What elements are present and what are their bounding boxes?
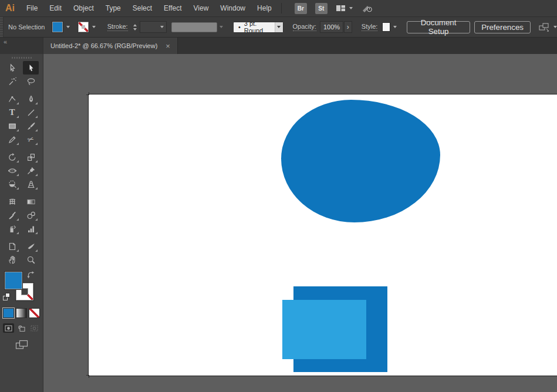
- direct-selection-tool[interactable]: [4, 61, 20, 75]
- document-setup-button[interactable]: Document Setup: [407, 21, 470, 33]
- tools-panel-grip[interactable]: [12, 57, 32, 59]
- menu-object[interactable]: Object: [67, 0, 100, 17]
- draw-normal-button[interactable]: [3, 323, 14, 333]
- curvature-tool[interactable]: [4, 92, 20, 106]
- artboard-corner-mark: [86, 375, 89, 378]
- tools-dock: «: [0, 38, 43, 392]
- color-button[interactable]: [3, 308, 14, 318]
- stroke-width-field[interactable]: [140, 21, 167, 33]
- draw-inside-button[interactable]: [29, 323, 40, 333]
- swap-fill-stroke-button[interactable]: [27, 271, 35, 280]
- opacity-field[interactable]: 100%: [320, 21, 343, 33]
- color-mode-row: [0, 308, 43, 318]
- brush-definition-dropdown[interactable]: • 3 pt. Round: [233, 22, 283, 33]
- tab-close-icon[interactable]: ×: [166, 42, 170, 50]
- draw-mode-row: [0, 323, 43, 333]
- artboard-corner-mark: [86, 92, 89, 95]
- shaper-tool[interactable]: [4, 133, 20, 146]
- artboard-tool[interactable]: [4, 239, 20, 253]
- menu-effect[interactable]: Effect: [158, 0, 187, 17]
- menu-select[interactable]: Select: [127, 0, 158, 17]
- eyedropper-tool[interactable]: [4, 208, 20, 222]
- hand-tool[interactable]: [4, 253, 20, 266]
- dock-collapse-button[interactable]: «: [0, 38, 43, 54]
- rotate-tool[interactable]: [4, 150, 20, 164]
- draw-behind-button[interactable]: [16, 323, 27, 333]
- workspace: «: [0, 38, 557, 392]
- width-profile-dropdown[interactable]: [171, 22, 217, 32]
- bridge-button[interactable]: Br: [295, 3, 307, 14]
- menu-window[interactable]: Window: [214, 0, 251, 17]
- stock-button[interactable]: St: [315, 3, 328, 14]
- chevron-down-icon: [393, 26, 397, 28]
- rectangle-tool[interactable]: [4, 119, 20, 133]
- blob-shape[interactable]: [281, 100, 440, 222]
- menu-type[interactable]: Type: [100, 0, 127, 17]
- none-button[interactable]: [29, 308, 40, 318]
- illustrator-window: Ai File Edit Object Type Select Effect V…: [0, 0, 557, 392]
- chevron-down-icon: [220, 26, 223, 28]
- control-bar: No Selection Stroke: • 3 pt. Round Opaci…: [0, 17, 557, 38]
- screen-mode-button[interactable]: [0, 340, 43, 350]
- opacity-label[interactable]: Opacity:: [293, 23, 316, 31]
- pen-tool[interactable]: [23, 92, 39, 106]
- mesh-tool[interactable]: [4, 195, 20, 208]
- fill-color-swatch[interactable]: [52, 22, 63, 32]
- menu-edit[interactable]: Edit: [43, 0, 67, 17]
- width-tool[interactable]: [4, 164, 20, 177]
- menu-file[interactable]: File: [21, 0, 43, 17]
- opacity-expand-button[interactable]: ›: [344, 21, 352, 33]
- type-tool[interactable]: T: [4, 106, 20, 119]
- style-dropdown[interactable]: [391, 22, 399, 32]
- fill-proxy-swatch[interactable]: [5, 272, 22, 289]
- line-segment-tool[interactable]: [23, 106, 39, 119]
- default-fill-stroke-button[interactable]: [3, 293, 11, 301]
- scissors-tool-glyph: ✂: [26, 135, 35, 144]
- menu-view[interactable]: View: [188, 0, 215, 17]
- paintbrush-tool[interactable]: [23, 119, 39, 133]
- fill-color-dropdown[interactable]: [64, 22, 72, 32]
- stroke-color-swatch[interactable]: [78, 22, 89, 32]
- menubar-divider: [281, 3, 282, 13]
- blend-tool[interactable]: [23, 208, 39, 222]
- zoom-tool[interactable]: [23, 253, 39, 266]
- document-area: Untitled-2* @ 66.67% (RGB/Preview) ×: [43, 38, 557, 392]
- column-graph-tool[interactable]: [23, 222, 39, 235]
- symbol-sprayer-tool[interactable]: [4, 222, 20, 235]
- perspective-grid-tool[interactable]: [23, 177, 39, 191]
- stroke-color-control[interactable]: [72, 22, 98, 32]
- default-fill-mini: [5, 293, 10, 298]
- front-rectangle-shape[interactable]: [282, 300, 366, 359]
- gradient-tool[interactable]: [23, 195, 39, 208]
- style-swatch[interactable]: [382, 22, 390, 32]
- screen-mode-icon: [15, 340, 28, 350]
- artboard[interactable]: [88, 94, 557, 376]
- arrange-documents-button[interactable]: [336, 4, 353, 12]
- brush-dropdown-button[interactable]: [275, 22, 282, 32]
- slice-tool[interactable]: [23, 239, 39, 253]
- puppet-warp-tool[interactable]: [23, 164, 39, 177]
- magic-wand-tool[interactable]: [4, 75, 20, 88]
- scissors-tool[interactable]: ✂: [23, 133, 39, 146]
- illustrator-logo: Ai: [5, 3, 15, 13]
- window-arrange-control[interactable]: [539, 23, 557, 32]
- stroke-label[interactable]: Stroke:: [107, 23, 128, 31]
- gradient-button[interactable]: [16, 308, 27, 318]
- stroke-color-dropdown[interactable]: [90, 22, 98, 32]
- scale-tool[interactable]: [23, 150, 39, 164]
- pasteboard[interactable]: [43, 54, 557, 392]
- stroke-width-stepper[interactable]: [132, 21, 139, 33]
- shape-builder-tool[interactable]: [4, 177, 20, 191]
- control-bar-grip[interactable]: [0, 17, 4, 37]
- arrange-documents-icon: [336, 4, 346, 12]
- selection-tool[interactable]: [23, 61, 39, 75]
- draw-inside-icon: [31, 325, 38, 332]
- style-label[interactable]: Style:: [362, 23, 378, 31]
- fill-color-control[interactable]: [45, 22, 72, 32]
- document-tab[interactable]: Untitled-2* @ 66.67% (RGB/Preview) ×: [43, 38, 178, 54]
- gpu-performance-button[interactable]: [361, 4, 373, 13]
- lasso-tool[interactable]: [23, 75, 39, 88]
- menu-help[interactable]: Help: [251, 0, 278, 17]
- window-arrange-icon: [539, 23, 550, 32]
- preferences-button[interactable]: Preferences: [474, 21, 531, 33]
